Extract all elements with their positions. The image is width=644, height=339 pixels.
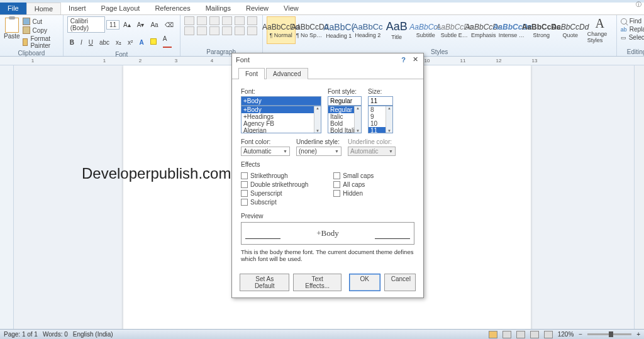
clear-formatting-button[interactable]: ⌫ bbox=[162, 20, 176, 30]
tab-review[interactable]: Review bbox=[238, 3, 276, 14]
preview-text: +Body bbox=[242, 228, 414, 238]
bold-button[interactable]: B bbox=[67, 38, 77, 47]
size-listbox[interactable]: 89101112 bbox=[368, 106, 393, 133]
font-input[interactable] bbox=[241, 96, 321, 106]
tab-home[interactable]: Home bbox=[26, 3, 61, 14]
underline-style-label: Underline style: bbox=[296, 138, 341, 145]
text-effects-button-dlg[interactable]: Text Effects... bbox=[293, 274, 341, 291]
zoom-in-button[interactable]: + bbox=[636, 331, 640, 338]
dialog-close-button[interactable]: ✕ bbox=[411, 55, 419, 64]
dstrike-checkbox[interactable]: Double strikethrough bbox=[241, 181, 308, 188]
shading-button[interactable] bbox=[247, 26, 257, 35]
font-color-button[interactable]: A bbox=[160, 34, 176, 50]
status-lang[interactable]: English (India) bbox=[73, 331, 113, 338]
zoom-slider[interactable] bbox=[587, 333, 631, 335]
cancel-button[interactable]: Cancel bbox=[384, 274, 416, 291]
help-icon[interactable]: ⓘ bbox=[636, 1, 641, 9]
find-button[interactable]: Find bbox=[621, 18, 644, 25]
grow-font-button[interactable]: A▴ bbox=[121, 20, 133, 30]
tab-mailings[interactable]: Mailings bbox=[198, 3, 238, 14]
zoom-out-button[interactable]: − bbox=[579, 331, 582, 338]
text-effects-button[interactable]: A bbox=[136, 38, 146, 47]
size-input[interactable] bbox=[368, 96, 393, 106]
dialog-help-button[interactable]: ? bbox=[401, 56, 406, 64]
font-name-combo[interactable]: Calibri (Body) bbox=[67, 16, 105, 33]
style-tile[interactable]: AaBTitle bbox=[382, 16, 411, 44]
view-draft[interactable] bbox=[544, 331, 553, 338]
cut-button[interactable]: Cut bbox=[23, 18, 59, 25]
ok-button[interactable]: OK bbox=[349, 274, 380, 291]
underline-style-combo[interactable]: (none)▼ bbox=[296, 147, 341, 156]
align-left-button[interactable] bbox=[184, 26, 194, 35]
dialog-tab-font[interactable]: Font bbox=[238, 68, 265, 79]
subscript-button[interactable]: x₂ bbox=[113, 38, 124, 47]
font-color-combo[interactable]: Automatic▼ bbox=[241, 147, 290, 156]
brush-icon bbox=[23, 38, 28, 46]
style-tile[interactable]: AaBbCcDdQuote bbox=[556, 16, 585, 44]
status-words[interactable]: Words: 0 bbox=[43, 331, 68, 338]
style-tile[interactable]: AaBbCcHeading 2 bbox=[353, 16, 382, 44]
superscript-button[interactable]: x² bbox=[125, 38, 135, 47]
view-full-screen[interactable] bbox=[502, 331, 511, 338]
ribbon: Paste Cut Copy Format Painter Clipboard … bbox=[0, 15, 644, 57]
hidden-checkbox[interactable]: Hidden bbox=[333, 190, 374, 197]
set-default-button[interactable]: Set As Default bbox=[240, 274, 289, 291]
smallcaps-checkbox[interactable]: Small caps bbox=[333, 172, 374, 179]
font-size-combo[interactable]: 11 bbox=[106, 20, 119, 30]
super-checkbox[interactable]: Superscript bbox=[241, 190, 308, 197]
font-listbox[interactable]: +Body+HeadingsAgency FBAlgerianArial bbox=[241, 106, 321, 133]
highlight-button[interactable] bbox=[148, 37, 159, 47]
tab-pagelayout[interactable]: Page Layout bbox=[94, 3, 148, 14]
style-listbox[interactable]: RegularItalicBoldBold Italic bbox=[328, 106, 362, 133]
indent-dec-button[interactable] bbox=[222, 16, 232, 25]
view-print-layout[interactable] bbox=[489, 331, 497, 338]
dialog-tab-advanced[interactable]: Advanced bbox=[266, 68, 308, 79]
sort-button[interactable] bbox=[247, 16, 257, 25]
tab-view[interactable]: View bbox=[276, 3, 306, 14]
strike-button[interactable]: abc bbox=[97, 38, 112, 47]
strike-checkbox[interactable]: Strikethrough bbox=[241, 172, 308, 179]
effects-heading: Effects bbox=[241, 161, 414, 168]
tab-insert[interactable]: Insert bbox=[61, 3, 94, 14]
line-spacing-button[interactable] bbox=[235, 26, 245, 35]
change-case-button[interactable]: Aa bbox=[148, 20, 160, 30]
clipboard-group-label: Clipboard bbox=[4, 49, 59, 57]
align-right-button[interactable] bbox=[209, 26, 219, 35]
allcaps-checkbox[interactable]: All caps bbox=[333, 181, 374, 188]
size-label: Size: bbox=[368, 88, 393, 95]
indent-inc-button[interactable] bbox=[235, 16, 245, 25]
align-center-button[interactable] bbox=[197, 26, 207, 35]
bullets-button[interactable] bbox=[184, 16, 194, 25]
status-zoom[interactable]: 120% bbox=[558, 331, 574, 338]
select-button[interactable]: ▭Select bbox=[621, 34, 644, 41]
view-web-layout[interactable] bbox=[516, 331, 525, 338]
style-tile[interactable]: AaBbC(Heading 1 bbox=[325, 16, 353, 44]
underline-button[interactable]: U bbox=[86, 38, 96, 47]
dialog-title: Font bbox=[236, 56, 250, 64]
tab-references[interactable]: References bbox=[147, 3, 197, 14]
style-input[interactable] bbox=[328, 96, 362, 106]
paste-button[interactable]: Paste bbox=[4, 16, 20, 49]
vertical-scrollbar[interactable] bbox=[634, 65, 644, 329]
style-tile[interactable]: AaBbCcDd¶ No Spacing bbox=[296, 16, 325, 44]
multilevel-button[interactable] bbox=[209, 16, 219, 25]
vertical-ruler[interactable] bbox=[0, 65, 14, 329]
copy-button[interactable]: Copy bbox=[23, 26, 59, 34]
font-color-label: Font color: bbox=[241, 138, 290, 145]
styles-gallery[interactable]: AaBbCcDd¶ NormalAaBbCcDd¶ No SpacingAaBb… bbox=[267, 16, 585, 48]
numbering-button[interactable] bbox=[197, 16, 207, 25]
change-styles-button[interactable]: A Change Styles bbox=[587, 16, 613, 48]
paste-label: Paste bbox=[4, 33, 20, 40]
view-outline[interactable] bbox=[530, 331, 539, 338]
highlight-icon bbox=[150, 38, 157, 45]
italic-button[interactable]: I bbox=[78, 38, 85, 47]
format-painter-button[interactable]: Format Painter bbox=[23, 35, 59, 49]
shrink-font-button[interactable]: A▾ bbox=[135, 20, 147, 30]
justify-button[interactable] bbox=[222, 26, 232, 35]
tab-file[interactable]: File bbox=[0, 3, 26, 14]
sub-checkbox[interactable]: Subscript bbox=[241, 199, 308, 206]
clipboard-icon bbox=[5, 18, 19, 33]
page-body-text[interactable]: Developerpublish.com bbox=[82, 165, 231, 182]
status-page[interactable]: Page: 1 of 1 bbox=[4, 331, 38, 338]
replace-button[interactable]: abReplace bbox=[621, 26, 644, 33]
